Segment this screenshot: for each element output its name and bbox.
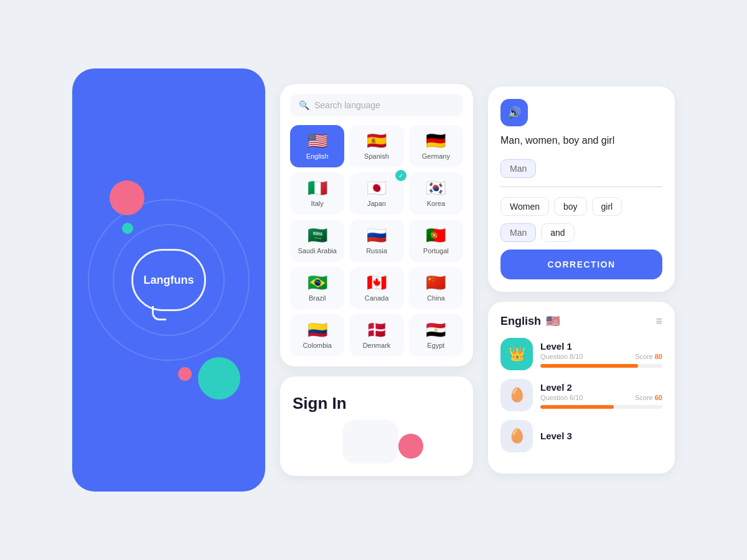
right-panel: 🔊 Man, women, boy and girl Man Women boy… [488, 86, 675, 474]
lang-flag-english: 🇺🇸 [308, 133, 327, 149]
lang-item-spanish[interactable]: 🇪🇸Spanish [349, 125, 403, 167]
lang-flag-egypt: 🇪🇬 [426, 322, 446, 338]
word-chip-women[interactable]: Women [500, 197, 549, 216]
lang-item-english[interactable]: 🇺🇸English [290, 125, 344, 167]
lang-name-italy: Italy [311, 200, 324, 207]
lang-flag-korea: 🇰🇷 [426, 180, 446, 196]
levels-header: English 🇺🇸 ≡ [500, 314, 662, 328]
lang-name-portugal: Portugal [423, 247, 449, 254]
level-name-1: Level 1 [540, 341, 662, 352]
sign-in-title: Sign In [293, 394, 347, 413]
phone-logo: Langfuns [131, 249, 206, 311]
sign-in-bubble [342, 420, 398, 464]
lang-name-korea: Korea [427, 200, 445, 207]
lang-flag-portugal: 🇵🇹 [426, 227, 446, 243]
lang-item-portugal[interactable]: 🇵🇹Portugal [409, 220, 463, 262]
level-icon-1: 👑 [500, 338, 533, 370]
language-card: 🔍 Search language 🇺🇸English🇪🇸Spanish🇩🇪Ge… [280, 84, 473, 366]
correction-button[interactable]: CORRECTION [500, 250, 662, 279]
audio-button[interactable]: 🔊 [500, 99, 528, 126]
phone-dot-pink [110, 180, 144, 215]
lang-item-egypt[interactable]: 🇪🇬Egypt [409, 314, 463, 357]
level-question-1: Question 8/10 [540, 353, 583, 360]
level-item-1[interactable]: 👑Level 1Question 8/10Score 80 [500, 338, 662, 370]
phone-logo-bubble: Langfuns [131, 249, 206, 311]
level-info-3: Level 3 [540, 431, 662, 442]
lang-name-japan: Japan [367, 200, 386, 207]
quiz-card: 🔊 Man, women, boy and girl Man Women boy… [488, 86, 675, 292]
lang-flag-japan: 🇯🇵 [367, 180, 387, 196]
lang-item-canada[interactable]: 🇨🇦Canada [349, 267, 403, 309]
level-info-1: Level 1Question 8/10Score 80 [540, 341, 662, 368]
lang-item-brazil[interactable]: 🇧🇷Brazil [290, 267, 344, 309]
filter-icon[interactable]: ≡ [655, 315, 662, 328]
lang-name-brazil: Brazil [309, 294, 326, 302]
language-grid: 🇺🇸English🇪🇸Spanish🇩🇪Germany🇮🇹Italy🇯🇵Japa… [290, 125, 463, 357]
level-meta-2: Question 6/10Score 60 [540, 394, 662, 401]
lang-name-saudi_arabia: Saudi Arabia [298, 247, 336, 254]
lang-item-russia[interactable]: 🇷🇺Russia [349, 220, 403, 262]
word-options-row2: Man and [500, 223, 662, 242]
quiz-sentence: Man, women, boy and girl [500, 135, 662, 146]
level-info-2: Level 2Question 6/10Score 60 [540, 382, 662, 409]
audio-icon: 🔊 [507, 106, 521, 119]
lang-item-korea[interactable]: 🇰🇷Korea [409, 172, 463, 215]
lang-name-china: China [427, 294, 445, 302]
phone-dot-teal-small [122, 223, 133, 234]
lang-flag-china: 🇨🇳 [426, 274, 446, 291]
word-options-row: Women boy girl [500, 197, 662, 216]
level-name-3: Level 3 [540, 431, 662, 441]
lang-flag-brazil: 🇧🇷 [308, 274, 327, 291]
lang-name-spanish: Spanish [364, 152, 389, 160]
levels-card: English 🇺🇸 ≡ 👑Level 1Question 8/10Score … [488, 302, 675, 474]
lang-item-germany[interactable]: 🇩🇪Germany [409, 125, 463, 167]
word-chip-boy[interactable]: boy [554, 197, 587, 216]
lang-flag-canada: 🇨🇦 [367, 274, 387, 291]
level-score-2: Score 60 [635, 394, 662, 401]
search-placeholder: Search language [314, 100, 380, 110]
lang-item-denmark[interactable]: 🇩🇰Denmark [349, 314, 403, 357]
lang-name-english: English [306, 152, 329, 160]
level-icon-2: 🥚 [500, 379, 533, 411]
middle-panel: 🔍 Search language 🇺🇸English🇪🇸Spanish🇩🇪Ge… [280, 84, 473, 476]
level-item-2[interactable]: 🥚Level 2Question 6/10Score 60 [500, 379, 662, 411]
lang-item-saudi_arabia[interactable]: 🇸🇦Saudi Arabia [290, 220, 344, 262]
search-icon: 🔍 [299, 100, 309, 110]
lang-check-japan: ✓ [395, 170, 406, 181]
lang-flag-denmark: 🇩🇰 [367, 322, 387, 338]
lang-name-germany: Germany [422, 152, 450, 160]
lang-name-egypt: Egypt [427, 342, 444, 349]
levels-title: English 🇺🇸 [500, 314, 560, 328]
word-chip-man[interactable]: Man [500, 223, 536, 242]
level-item-3[interactable]: 🥚Level 3 [500, 420, 662, 452]
lang-item-italy[interactable]: 🇮🇹Italy [290, 172, 344, 215]
answer-area: Man [500, 157, 662, 187]
lang-flag-russia: 🇷🇺 [367, 227, 387, 243]
level-icon-3: 🥚 [500, 420, 533, 452]
app-name: Langfuns [144, 274, 194, 287]
answer-word-man[interactable]: Man [500, 159, 536, 178]
progress-fill-2 [540, 405, 614, 409]
lang-flag-spanish: 🇪🇸 [367, 133, 387, 149]
lang-flag-italy: 🇮🇹 [308, 180, 327, 196]
search-bar[interactable]: 🔍 Search language [290, 94, 463, 116]
phone-dot-pink-small [178, 367, 192, 381]
level-name-2: Level 2 [540, 382, 662, 393]
word-chip-and[interactable]: and [541, 223, 574, 242]
lang-flag-saudi_arabia: 🇸🇦 [308, 227, 327, 243]
progress-bar-1 [540, 364, 662, 368]
lang-item-china[interactable]: 🇨🇳China [409, 267, 463, 309]
lang-name-colombia: Colombia [303, 342, 331, 349]
sign-in-dot [398, 434, 423, 459]
progress-bar-2 [540, 405, 662, 409]
lang-item-colombia[interactable]: 🇨🇴Colombia [290, 314, 344, 357]
phone-mockup: Langfuns [72, 68, 265, 492]
sign-in-card: Sign In [280, 376, 473, 476]
phone-dot-teal-large [198, 357, 240, 399]
word-chip-girl[interactable]: girl [592, 197, 622, 216]
lang-flag-germany: 🇩🇪 [426, 133, 446, 149]
lang-item-japan[interactable]: 🇯🇵Japan✓ [349, 172, 403, 215]
level-question-2: Question 6/10 [540, 394, 583, 401]
level-score-1: Score 80 [635, 353, 662, 360]
levels-list: 👑Level 1Question 8/10Score 80🥚Level 2Que… [500, 338, 662, 452]
